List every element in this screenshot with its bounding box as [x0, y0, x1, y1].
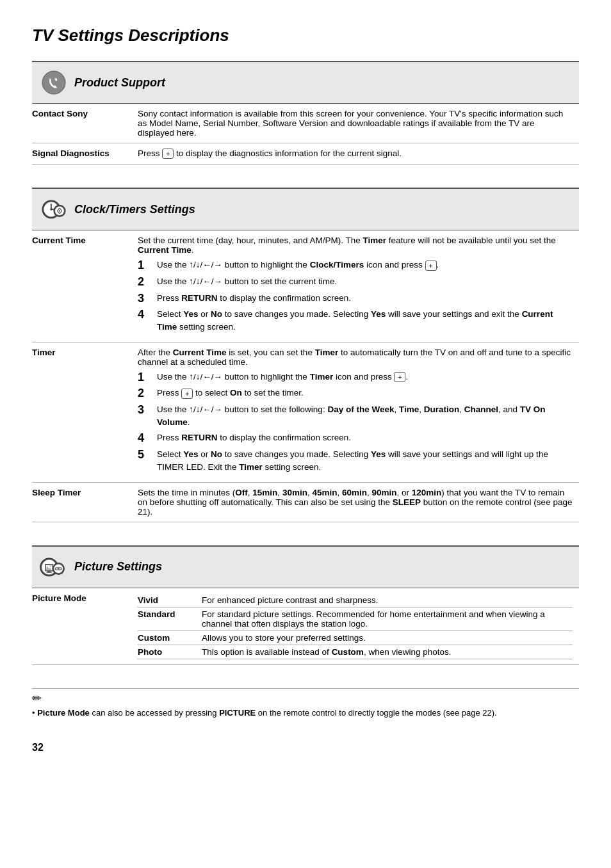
list-item: 4Select Yes or No to save changes you ma…	[138, 308, 573, 334]
mode-name: Photo	[138, 645, 195, 659]
phone-icon	[40, 68, 68, 97]
clock-timers-table: Current Time Set the current time (day, …	[32, 230, 579, 522]
picture-mode-subtable: Vivid For enhanced picture contrast and …	[138, 593, 573, 659]
clock-timers-section: Clock/Timers Settings Current Time Set t…	[32, 188, 579, 522]
list-item: 3Press RETURN to display the confirmatio…	[138, 292, 573, 306]
mode-desc: For standard picture settings. Recommend…	[195, 607, 573, 631]
mode-name: Standard	[138, 607, 195, 631]
row-label: Signal Diagnostics	[32, 143, 131, 165]
clock-timers-header: Clock/Timers Settings	[32, 188, 579, 230]
steps-list: 1Use the ↑/↓/←/→ button to highlight the…	[138, 371, 573, 474]
svg-point-12	[49, 565, 51, 567]
list-item: 2Use the ↑/↓/←/→ button to set the curre…	[138, 275, 573, 289]
note-icon: ✏	[32, 691, 42, 705]
mode-name: Custom	[138, 631, 195, 645]
mode-desc: For enhanced picture contrast and sharpn…	[195, 593, 573, 607]
row-content: Press + to display the diagnostics infor…	[131, 143, 579, 165]
svg-point-16	[58, 568, 59, 569]
product-support-table: Contact Sony Sony contact information is…	[32, 104, 579, 165]
svg-point-8	[59, 211, 60, 212]
svg-point-0	[42, 71, 65, 94]
row-label: Picture Mode	[32, 588, 131, 665]
row-label: Sleep Timer	[32, 482, 131, 522]
key-icon: +	[162, 149, 174, 159]
list-item: Photo This option is available instead o…	[138, 645, 573, 659]
list-item: 4Press RETURN to display the confirmatio…	[138, 431, 573, 446]
note-section: ✏ • Picture Mode can also be accessed by…	[32, 688, 579, 719]
row-label: Current Time	[32, 230, 131, 342]
product-support-title: Product Support	[74, 76, 165, 90]
table-row: Contact Sony Sony contact information is…	[32, 104, 579, 143]
picture-icon	[40, 553, 68, 581]
picture-settings-section: Picture Settings Picture Mode Vivid For …	[32, 545, 579, 719]
list-item: 3Use the ↑/↓/←/→ button to set the follo…	[138, 403, 573, 430]
note-text: • Picture Mode can also be accessed by p…	[32, 707, 579, 719]
list-item: 1Use the ↑/↓/←/→ button to highlight the…	[138, 371, 573, 385]
page-number: 32	[32, 742, 579, 753]
list-item: Standard For standard picture settings. …	[138, 607, 573, 631]
product-support-header: Product Support	[32, 61, 579, 104]
row-content: Set the current time (day, hour, minutes…	[131, 230, 579, 342]
table-row: Picture Mode Vivid For enhanced picture …	[32, 588, 579, 665]
list-item: Vivid For enhanced picture contrast and …	[138, 593, 573, 607]
steps-list: 1Use the ↑/↓/←/→ button to highlight the…	[138, 259, 573, 334]
table-row: Current Time Set the current time (day, …	[32, 230, 579, 342]
row-content: Sets the time in minutes (Off, 15min, 30…	[131, 482, 579, 522]
list-item: 5Select Yes or No to save changes you ma…	[138, 448, 573, 474]
picture-settings-title: Picture Settings	[74, 560, 162, 574]
picture-settings-header: Picture Settings	[32, 545, 579, 588]
mode-desc: Allows you to store your preferred setti…	[195, 631, 573, 645]
row-label: Timer	[32, 342, 131, 482]
product-support-section: Product Support Contact Sony Sony contac…	[32, 61, 579, 165]
mode-name: Vivid	[138, 593, 195, 607]
clock-timers-title: Clock/Timers Settings	[74, 203, 195, 216]
page-title: TV Settings Descriptions	[32, 26, 579, 45]
table-row: Sleep Timer Sets the time in minutes (Of…	[32, 482, 579, 522]
clock-icon	[40, 195, 68, 223]
list-item: 2Press + to select On to set the timer.	[138, 387, 573, 401]
table-row: Signal Diagnostics Press + to display th…	[32, 143, 579, 165]
list-item: 1Use the ↑/↓/←/→ button to highlight the…	[138, 259, 573, 273]
row-content: After the Current Time is set, you can s…	[131, 342, 579, 482]
row-content: Vivid For enhanced picture contrast and …	[131, 588, 579, 665]
picture-settings-table: Picture Mode Vivid For enhanced picture …	[32, 588, 579, 665]
svg-point-5	[50, 209, 52, 211]
row-content: Sony contact information is available fr…	[131, 104, 579, 143]
row-label: Contact Sony	[32, 104, 131, 143]
list-item: Custom Allows you to store your preferre…	[138, 631, 573, 645]
table-row: Timer After the Current Time is set, you…	[32, 342, 579, 482]
mode-desc: This option is available instead of Cust…	[195, 645, 573, 659]
